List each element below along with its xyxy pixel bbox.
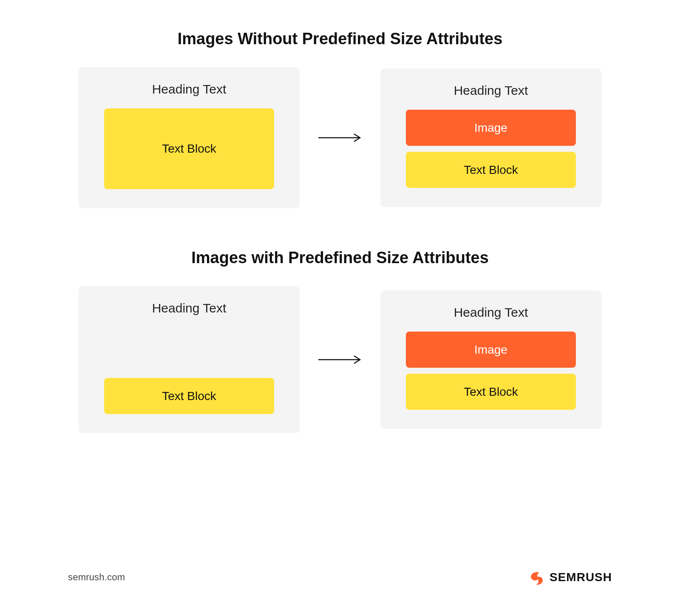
blocks-container: Text Block (104, 327, 274, 414)
image-block: Image (406, 110, 576, 146)
blocks-container: Text Block (104, 108, 274, 189)
card-before: Heading Text Text Block (79, 286, 300, 433)
blocks-container: Image Text Block (406, 332, 576, 410)
card-before: Heading Text Text Block (79, 67, 300, 208)
brand-name: SEMRUSH (550, 571, 612, 584)
section-title: Images with Predefined Size Attributes (191, 249, 489, 267)
card-heading-label: Heading Text (152, 301, 227, 315)
section-without-predefined: Images Without Predefined Size Attribute… (64, 30, 616, 208)
text-block: Text Block (406, 152, 576, 188)
brand-logo: SEMRUSH (527, 568, 612, 586)
section-title: Images Without Predefined Size Attribute… (178, 30, 503, 48)
diagram-row: Heading Text Text Block Heading Text Ima… (64, 67, 616, 208)
arrow-icon (317, 133, 363, 143)
text-block: Text Block (104, 378, 274, 414)
fire-icon (527, 568, 545, 586)
arrow-icon (317, 355, 363, 365)
card-after: Heading Text Image Text Block (380, 68, 601, 207)
image-placeholder-space (104, 327, 274, 372)
blocks-container: Image Text Block (406, 110, 576, 188)
section-with-predefined: Images with Predefined Size Attributes H… (64, 249, 616, 433)
card-after: Heading Text Image Text Block (380, 290, 601, 429)
card-heading-label: Heading Text (152, 82, 227, 97)
text-block: Text Block (104, 108, 274, 189)
card-heading-label: Heading Text (454, 83, 528, 98)
image-block: Image (406, 332, 576, 368)
card-heading-label: Heading Text (454, 305, 528, 320)
footer: semrush.com SEMRUSH (64, 560, 616, 599)
text-block: Text Block (406, 374, 576, 410)
diagram-row: Heading Text Text Block Heading Text Ima… (64, 286, 616, 433)
footer-site-label: semrush.com (68, 572, 125, 583)
